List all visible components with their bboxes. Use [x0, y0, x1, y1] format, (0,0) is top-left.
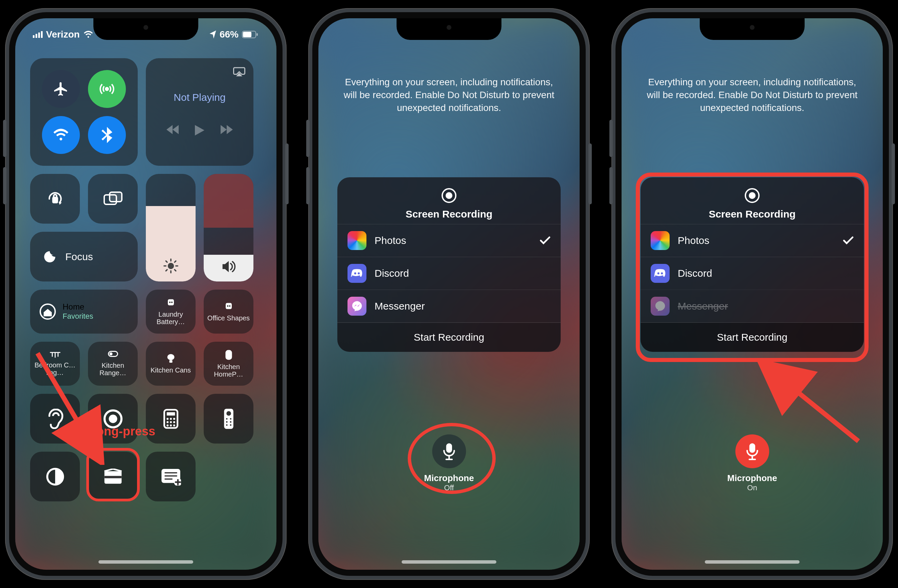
discord-app-icon: [650, 264, 670, 283]
home-icon: [40, 304, 56, 320]
home-indicator[interactable]: [705, 560, 800, 563]
svg-point-47: [446, 192, 452, 199]
cellular-data-button[interactable]: [88, 70, 126, 108]
airplay-icon[interactable]: [233, 66, 245, 77]
bluetooth-button[interactable]: [88, 116, 126, 154]
carrier-label: Verizon: [46, 29, 80, 40]
remote-button[interactable]: [204, 394, 254, 444]
recording-disclaimer: Everything on your screen, including not…: [642, 76, 863, 114]
app-option-messenger[interactable]: Messenger: [337, 290, 561, 322]
screen-recording-mic-off: Everything on your screen, including not…: [318, 18, 580, 570]
record-icon: [441, 187, 457, 204]
switch-icon: [108, 351, 118, 359]
connectivity-panel[interactable]: [30, 58, 138, 166]
recording-panel: Screen Recording Photos Discord: [641, 177, 864, 352]
battery-icon: [242, 31, 259, 38]
svg-point-26: [173, 418, 175, 420]
record-icon: [744, 187, 760, 204]
svg-rect-18: [169, 360, 172, 363]
shortcut-bedroom[interactable]: Bedroom C…ling…: [30, 342, 80, 386]
shortcut-cans[interactable]: Kitchen Cans: [146, 342, 195, 386]
checkmark-icon: [843, 236, 854, 245]
svg-point-37: [226, 421, 228, 422]
svg-point-34: [226, 411, 231, 416]
shortcut-range[interactable]: Kitchen Range…: [88, 342, 138, 386]
screen-recording-button[interactable]: [88, 394, 138, 444]
phone-frame-3: Everything on your screen, including not…: [611, 8, 893, 580]
svg-point-31: [170, 424, 172, 426]
svg-point-10: [169, 301, 171, 303]
volume-slider[interactable]: [204, 174, 254, 281]
home-indicator[interactable]: [98, 560, 193, 563]
focus-button[interactable]: Focus: [30, 232, 138, 281]
svg-point-7: [168, 263, 174, 269]
svg-point-40: [230, 424, 231, 426]
svg-point-13: [227, 305, 228, 307]
home-tile[interactable]: Home Favorites: [30, 290, 138, 333]
microphone-label: Microphone: [727, 473, 777, 484]
recording-title: Screen Recording: [337, 209, 561, 220]
focus-label: Focus: [65, 251, 93, 263]
notes-button[interactable]: [146, 452, 195, 501]
svg-point-53: [657, 272, 660, 274]
start-recording-button[interactable]: Start Recording: [337, 322, 561, 352]
calculator-button[interactable]: [146, 394, 195, 444]
home-indicator[interactable]: [401, 560, 497, 563]
media-title: Not Playing: [174, 92, 225, 103]
app-option-discord[interactable]: Discord: [337, 257, 561, 290]
app-option-messenger[interactable]: Messenger: [641, 290, 864, 322]
svg-point-52: [749, 192, 755, 199]
svg-point-24: [166, 418, 169, 420]
brightness-slider[interactable]: [146, 174, 195, 281]
microphone-icon: [746, 442, 759, 460]
app-option-discord[interactable]: Discord: [641, 257, 864, 290]
svg-rect-42: [104, 476, 121, 478]
svg-rect-6: [110, 192, 122, 202]
shortcut-homepod[interactable]: Kitchen HomeP…: [204, 342, 254, 386]
play-icon[interactable]: [195, 125, 205, 136]
airplane-mode-button[interactable]: [42, 70, 80, 108]
messenger-app-icon: [348, 297, 366, 316]
svg-point-30: [166, 424, 169, 426]
svg-point-32: [173, 424, 175, 426]
app-option-photos[interactable]: Photos: [337, 224, 561, 257]
svg-rect-1: [243, 32, 251, 37]
next-track-icon[interactable]: [221, 125, 233, 134]
wifi-button[interactable]: [42, 116, 80, 154]
svg-point-21: [109, 415, 117, 423]
microphone-toggle-button[interactable]: [735, 434, 769, 468]
svg-rect-2: [257, 33, 258, 36]
wallet-button[interactable]: [88, 452, 138, 501]
svg-point-36: [230, 418, 231, 419]
microphone-toggle-button[interactable]: [432, 434, 466, 468]
media-controls[interactable]: [166, 125, 233, 136]
svg-point-14: [229, 305, 231, 307]
hearing-button[interactable]: [30, 394, 80, 444]
orientation-lock-button[interactable]: [30, 174, 80, 224]
plug-icon: [166, 298, 176, 308]
svg-point-54: [661, 272, 663, 274]
svg-point-38: [230, 421, 231, 422]
dark-mode-button[interactable]: [30, 452, 80, 501]
shortcut-laundry[interactable]: Laundry Battery…: [146, 290, 195, 333]
phone-frame-1: Verizon 66%: [5, 8, 287, 580]
svg-rect-12: [226, 303, 232, 309]
checkmark-icon: [540, 236, 550, 245]
app-option-photos[interactable]: Photos: [641, 224, 864, 257]
start-recording-button[interactable]: Start Recording: [641, 322, 864, 352]
media-panel[interactable]: Not Playing: [146, 58, 254, 166]
messenger-app-icon: [650, 297, 670, 316]
microphone-state: On: [727, 484, 777, 492]
photos-app-icon: [348, 231, 366, 250]
svg-point-25: [170, 418, 172, 420]
recording-panel: Screen Recording Photos Discord: [337, 177, 561, 352]
phone-frame-2: Everything on your screen, including not…: [308, 8, 590, 580]
notch: [397, 18, 501, 40]
shortcut-office[interactable]: Office Shapes: [204, 290, 254, 333]
screen-mirroring-button[interactable]: [88, 174, 138, 224]
recording-title: Screen Recording: [641, 209, 864, 220]
prev-track-icon[interactable]: [166, 125, 178, 134]
recording-disclaimer: Everything on your screen, including not…: [339, 76, 559, 114]
discord-app-icon: [348, 264, 366, 283]
svg-point-49: [358, 272, 360, 274]
